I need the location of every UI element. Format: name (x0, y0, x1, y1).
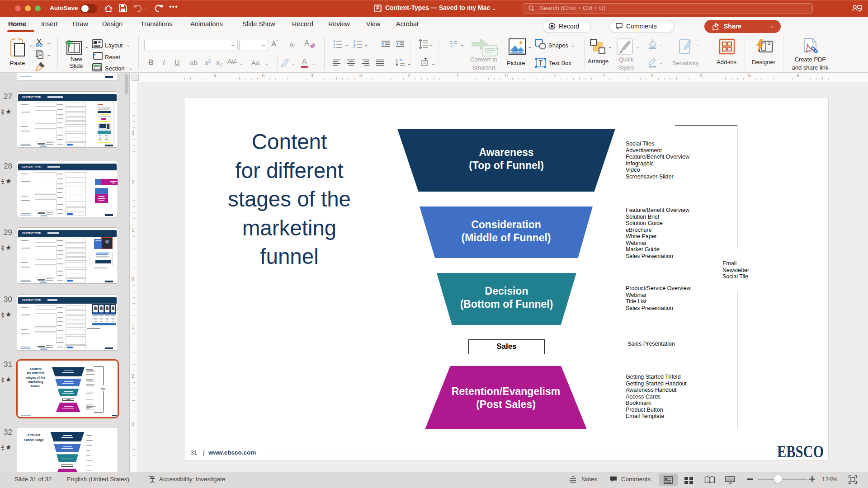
svg-text:P: P (376, 6, 379, 11)
